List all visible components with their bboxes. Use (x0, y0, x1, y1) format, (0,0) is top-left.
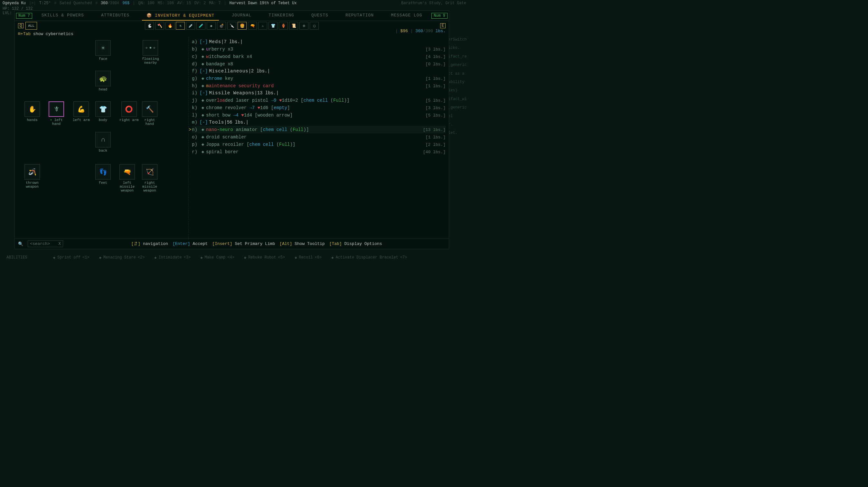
slot-thrown[interactable]: 🪃thrown weapon (25, 164, 40, 189)
inventory-panel: Num 7 SKILLS & POWERSATTRIBUTES📦 INVENTO… (14, 10, 449, 249)
ability-menacing-stare[interactable]: ◆Menacing Stare <2> (99, 255, 145, 260)
tab-tinkering[interactable]: TINKERING (264, 11, 299, 21)
hint: [⮃] navigation (131, 241, 168, 246)
inventory-item[interactable]: d)◈bandage x8[0 lbs.] (192, 60, 445, 68)
cybernetics-hint: ⊟+Tab show cybernetics (15, 31, 449, 37)
filter-cat-2[interactable]: 🪓 (155, 22, 164, 30)
tab-quests[interactable]: QUESTS (307, 11, 333, 21)
tab-reputation[interactable]: REPUTATION (341, 11, 378, 21)
search-icon: 🔍 (18, 241, 23, 247)
filter-cat-15[interactable]: 📜 (289, 22, 298, 30)
slot-head[interactable]: 🐢head (95, 71, 111, 91)
slot-hands[interactable]: ✋hands (25, 101, 40, 122)
slot-right-arm[interactable]: ⭕right arm (119, 101, 138, 122)
filter-cat-12[interactable]: ⚔ (258, 22, 267, 30)
abilities-bar: ABILITIES ◆Sprint off <1>◆Menacing Stare… (0, 252, 469, 263)
inventory-item[interactable]: h)◈maintenance security card[1 lbs.] (192, 82, 445, 90)
filter-cat-7[interactable]: ◆ (207, 22, 216, 30)
next-tab-key[interactable]: Num 9 (431, 13, 447, 19)
slot-face[interactable]: ☀face (95, 40, 111, 61)
character-name: Ogeyeda Ku (3, 1, 26, 5)
filter-cat-3[interactable]: 🔥 (165, 22, 175, 30)
inventory-item[interactable]: g)◈chrome key[1 lbs.] (192, 75, 445, 82)
inventory-item[interactable]: l)◈short bow →4 ♥1d4 [wooden arrow][5 lb… (192, 111, 445, 119)
inventory-item[interactable]: k)◈chrome revolver →7 ♥1d6 [empty][3 lbs… (192, 104, 445, 111)
filter-cat-16[interactable]: ⚙ (300, 22, 308, 30)
slot-floating[interactable]: ◦•◦floating nearby (142, 40, 159, 65)
inventory-item[interactable]: p)◈Joppa recoiler [chem cell (Full)][2 l… (192, 141, 445, 148)
ability-activate-displacer-bracelet[interactable]: ◆Activate Displacer Bracelet <7> (331, 255, 407, 260)
location: Barathrum's Study, Grit Gate (401, 1, 466, 5)
filter-bar: Q ALL 🐇 🪓 🔥 ⚗ 💉 🧪 ◆ 💣 🔪 🍔 🔫 ⚔ 👕 🏺 📜 ⚙ ◯ … (15, 21, 449, 31)
hint: [Tab] Display Options (329, 241, 382, 246)
ability-intimidate[interactable]: ◆Intimidate <3> (154, 255, 191, 260)
ability-sprint-off[interactable]: ◆Sprint off <1> (53, 255, 90, 260)
bottom-bar: 🔍 <search> X [⮃] navigation[Enter] Accep… (15, 238, 449, 249)
slot-left-missile[interactable]: 🔫left missile weapon (119, 164, 135, 193)
search-clear[interactable]: X (58, 241, 61, 246)
category-header[interactable]: a)[-] Meds |7 lbs.| (192, 38, 445, 45)
category-header[interactable]: i)[-] Missile Weapons |13 lbs.| (192, 90, 445, 97)
weight-summary: | $96 | 360/390 lbs. (395, 29, 445, 33)
game-date: Harvest Dawn 19th of Tebet Ux (229, 1, 297, 5)
tab-skills-powers[interactable]: SKILLS & POWERS (37, 11, 89, 21)
inventory-item[interactable]: c)◈witchwood bark x4[4 lbs.] (192, 53, 445, 60)
slot-right-hand[interactable]: 🔨right hand (142, 101, 157, 126)
filter-cat-5[interactable]: 💉 (186, 22, 195, 30)
inventory-item[interactable]: r)◈spiral borer[40 lbs.] (192, 148, 445, 156)
slot-back[interactable]: ∩back (95, 132, 111, 153)
slot-right-missile[interactable]: 🏹right missile weapon (142, 164, 157, 193)
hunger-thirst: Sated Quenched (60, 1, 92, 5)
temperature: T:25° (39, 1, 51, 5)
slot-left-arm[interactable]: 💪left arm (73, 101, 90, 122)
status-bar: Ogeyeda Ku |=| T:25° ≡ Sated Quenched ≡ … (0, 0, 469, 6)
category-header[interactable]: m)[-] Tools |56 lbs.| (192, 119, 445, 126)
hint: [Insert] Set Primary Limb (212, 241, 275, 246)
slot-body[interactable]: 👕body (95, 101, 111, 122)
filter-cat-9[interactable]: 🔪 (227, 22, 236, 30)
filter-cat-10[interactable]: 🍔 (238, 22, 247, 30)
prev-tab-key[interactable]: Num 7 (16, 13, 32, 19)
category-header[interactable]: f)[-] Miscellaneous |2 lbs.| (192, 68, 445, 75)
filter-cat-1[interactable]: 🐇 (145, 22, 154, 30)
ability-make-camp[interactable]: ◆Make Camp <4> (200, 255, 235, 260)
inventory-item[interactable]: n)◈nano-neuro animator [chem cell (Full)… (192, 126, 445, 133)
filter-cat-14[interactable]: 🏺 (279, 22, 288, 30)
background-log: erSwitchicks.ifact_re_genericct as aabil… (448, 35, 467, 137)
filter-all[interactable]: ALL (25, 22, 37, 30)
tab-attributes[interactable]: ATTRIBUTES (97, 11, 134, 21)
abilities-label: ABILITIES (6, 255, 27, 260)
filter-prev-key[interactable]: Q (18, 23, 24, 28)
tab-journal[interactable]: JOURNAL (227, 11, 256, 21)
inventory-item[interactable]: o)◈droid scrambler[1 lbs.] (192, 133, 445, 141)
hint: [Alt] Show Tooltip (279, 241, 324, 246)
tab-inventory-equipment[interactable]: 📦 INVENTORY & EQUIPMENT (142, 11, 219, 21)
filter-cat-17[interactable]: ◯ (310, 22, 319, 30)
hint: [Enter] Accept (173, 241, 208, 246)
inventory-item[interactable]: b)◈urberry x3[3 lbs.] (192, 45, 445, 53)
filter-cat-8[interactable]: 💣 (217, 22, 226, 30)
inventory-item[interactable]: j)◈overloaded laser pistol →9 ♥1d10+2 [c… (192, 97, 445, 104)
filter-cat-13[interactable]: 👕 (269, 22, 278, 30)
inventory-list: a)[-] Meds |7 lbs.|b)◈urberry x3[3 lbs.]… (189, 37, 449, 240)
money: 96$ (123, 1, 130, 5)
ability-rebuke-robot[interactable]: ◆Rebuke Robot <5> (244, 255, 285, 260)
filter-next-key[interactable]: E (440, 23, 445, 28)
filter-cat-11[interactable]: 🔫 (248, 22, 257, 30)
search-input[interactable]: <search> X (28, 240, 63, 247)
slot-feet[interactable]: 👣feet (95, 164, 111, 185)
ability-recoil[interactable]: ◆Recoil <6> (294, 255, 322, 260)
filter-cat-6[interactable]: 🧪 (196, 22, 206, 30)
equipment-pane: ☀face ◦•◦floating nearby 🐢head ✋hands 🗡•… (15, 37, 189, 240)
slot-left-hand[interactable]: 🗡• left hand (49, 101, 64, 126)
tab-message-log[interactable]: MESSAGE LOG (386, 11, 427, 21)
tab-bar: Num 7 SKILLS & POWERSATTRIBUTES📦 INVENTO… (15, 11, 449, 21)
filter-cat-4[interactable]: ⚗ (176, 22, 185, 30)
